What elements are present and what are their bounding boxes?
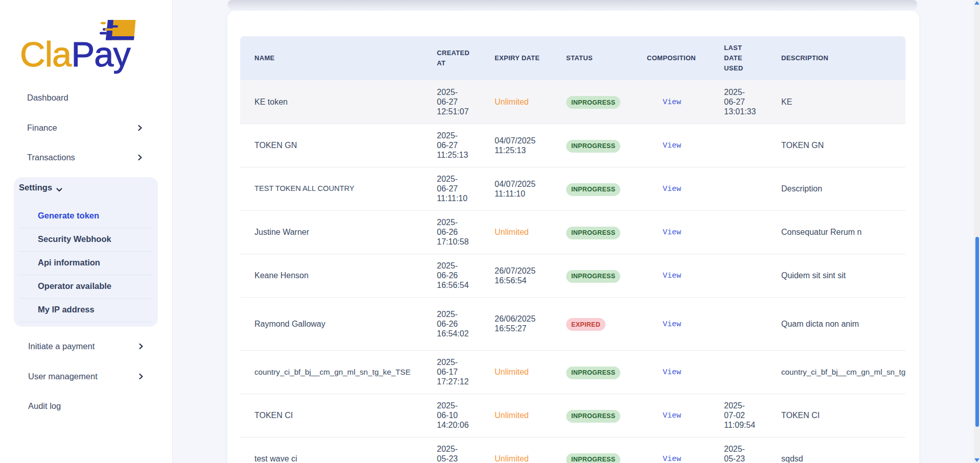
svg-text:ClaPay: ClaPay <box>21 35 131 74</box>
